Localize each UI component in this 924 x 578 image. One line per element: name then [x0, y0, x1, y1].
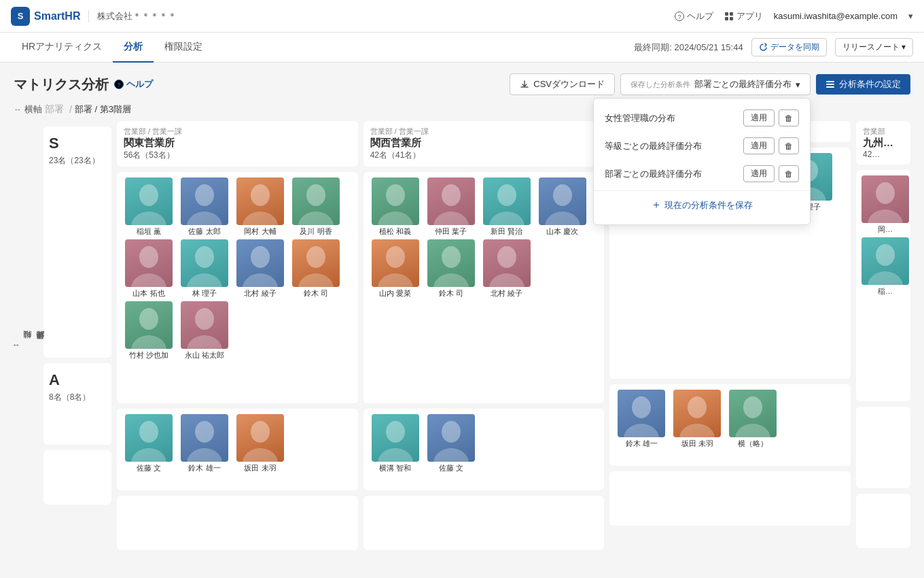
dropdown-item-1: 等級ごとの最終評価分布 適用 🗑 — [594, 132, 810, 160]
header: S SmartHR 株式会社＊＊＊＊＊ ? ヘルプ アプリ kasumi.iwa… — [0, 0, 924, 33]
svg-point-31 — [139, 421, 158, 443]
svg-point-18 — [298, 211, 334, 225]
person-card[interactable]: 永山 祐太郎 — [178, 301, 231, 360]
delete-button-2[interactable]: 🗑 — [779, 165, 799, 182]
col-dept-0: 営業部 / 営業一課 — [124, 126, 351, 137]
svg-point-15 — [251, 184, 270, 206]
help-link[interactable]: ? ヘルプ — [675, 10, 713, 22]
release-notes-button[interactable]: リリースノート ▾ — [835, 38, 913, 56]
svg-rect-3 — [730, 12, 733, 16]
sync-button[interactable]: データを同期 — [751, 38, 827, 56]
app-link[interactable]: アプリ — [724, 10, 763, 22]
person-card[interactable]: 林 理子 — [178, 239, 231, 299]
svg-point-29 — [195, 308, 214, 330]
person-card[interactable]: 佐藤 太郎 — [178, 177, 231, 237]
cell-0-S: 稲垣 薫 佐藤 太郎 岡村 大輔 及川 明香 山本 拓也 林 理子 北村 綾 — [117, 172, 358, 403]
person-card[interactable]: 鈴木 雄一 — [178, 414, 231, 473]
cell-0-A: 佐藤 文 鈴木 雄一 坂田 未羽 — [117, 409, 358, 490]
matrix-col-0: 営業部 / 営業一課 関東営業所 56名（53名） 稲垣 薫 佐藤 太郎 岡村 … — [117, 121, 358, 550]
apply-button-2[interactable]: 適用 — [743, 165, 775, 182]
col-header-0: 営業部 / 営業一課 関東営業所 56名（53名） — [117, 121, 358, 167]
person-card[interactable]: 山内 愛菜 — [369, 239, 422, 299]
conditions-button[interactable]: 保存した分析条件 部署ごとの最終評価分布 ▾ — [620, 73, 811, 95]
svg-point-13 — [195, 184, 214, 206]
col-header-3: 営業部 九州… 42… — [856, 121, 910, 165]
person-card[interactable]: 山本 拓也 — [122, 239, 175, 299]
svg-point-26 — [298, 273, 334, 287]
person-card[interactable]: 岡村 大輔 — [234, 177, 287, 237]
user-email[interactable]: kasumi.iwashita@example.com — [774, 11, 898, 21]
person-card[interactable]: 仲田 葉子 — [425, 177, 478, 237]
svg-point-17 — [306, 184, 325, 206]
person-card[interactable]: 新田 賢治 — [480, 177, 533, 237]
person-card[interactable]: 北村 綾子 — [480, 239, 533, 299]
svg-point-40 — [433, 211, 469, 225]
horizontal-axis-label: 横軸 — [24, 103, 42, 116]
apply-button-0[interactable]: 適用 — [743, 109, 775, 126]
apply-button-1[interactable]: 適用 — [743, 137, 775, 154]
svg-point-20 — [131, 273, 166, 287]
person-card[interactable]: 稲… — [861, 237, 909, 296]
person-card[interactable]: 北村 綾子 — [234, 239, 287, 299]
settings-button[interactable]: 分析条件の設定 — [816, 74, 910, 95]
delete-button-0[interactable]: 🗑 — [779, 109, 799, 126]
svg-point-23 — [251, 246, 270, 268]
conditions-dropdown-menu: 女性管理職の分布 適用 🗑 等級ごとの最終評価分布 適用 🗑 部署ごとの最終評価… — [593, 98, 811, 225]
person-card[interactable]: 鈴木 司 — [425, 239, 478, 299]
page-help-link[interactable]: ? ヘルプ — [114, 78, 153, 90]
col-dept-3: 営業部 — [863, 126, 904, 137]
person-card[interactable]: 鈴木 司 — [289, 239, 342, 299]
svg-point-63 — [632, 396, 651, 418]
person-grid-2-A: 鈴木 雄一 坂田 未羽 横（略） — [615, 390, 845, 449]
col-dept-1: 営業部 / 営業一課 — [370, 126, 598, 137]
csv-download-button[interactable]: CSVダウンロード — [510, 73, 615, 95]
cell-1-extra — [363, 496, 605, 550]
svg-point-36 — [243, 448, 278, 462]
person-card[interactable]: 竹村 沙也加 — [122, 301, 175, 360]
col-count-1: 42名（41名） — [370, 150, 598, 161]
person-card[interactable]: 横（略） — [726, 390, 779, 449]
logo-icon: S — [11, 7, 30, 26]
cell-1-S: 植松 和義 仲田 葉子 新田 賢治 山本 慶次 山内 愛菜 鈴木 司 北村 — [363, 172, 605, 403]
cell-3-S: 岡… 稲… — [856, 170, 910, 401]
person-card[interactable]: 坂田 未羽 — [234, 414, 287, 473]
svg-point-67 — [743, 396, 762, 418]
person-card[interactable]: 横溝 智和 — [369, 414, 422, 473]
person-card[interactable]: 山本 慶次 — [536, 177, 589, 237]
svg-point-39 — [442, 184, 461, 206]
nav-item-permissions[interactable]: 権限設定 — [154, 33, 213, 63]
svg-point-52 — [378, 448, 413, 462]
person-card[interactable]: 植松 和義 — [369, 177, 422, 237]
person-card[interactable]: 稲垣 薫 — [122, 177, 175, 237]
svg-point-53 — [442, 421, 461, 443]
person-card[interactable]: 坂田 未羽 — [671, 390, 724, 449]
person-card[interactable]: 及川 明香 — [289, 177, 342, 237]
svg-point-12 — [131, 211, 166, 225]
grade-A-count: 8名（8名） — [49, 392, 106, 403]
page-header: マトリクス分析 ? ヘルプ CSVダウンロード 保存した分析条件 部署ごとの最終… — [0, 63, 924, 103]
person-grid-1-A: 横溝 智和 佐藤 文 — [369, 414, 599, 473]
col-count-3: 42… — [863, 150, 904, 159]
svg-point-33 — [195, 421, 214, 443]
svg-point-66 — [679, 424, 715, 437]
nav-item-analysis[interactable]: 分析 — [113, 33, 154, 63]
cell-2-A: 鈴木 雄一 坂田 未羽 横（略） — [609, 384, 851, 466]
svg-point-68 — [735, 424, 770, 437]
delete-button-1[interactable]: 🗑 — [779, 137, 799, 154]
person-card[interactable]: 佐藤 文 — [122, 414, 175, 473]
svg-point-48 — [433, 273, 469, 287]
user-menu-chevron[interactable]: ▾ — [908, 11, 913, 21]
save-current-conditions[interactable]: ＋ 現在の分析条件を保存 — [594, 190, 810, 219]
nav-item-hr-analytics[interactable]: HRアナリティクス — [11, 33, 113, 63]
sync-info: 最終同期: 2024/05/21 15:44 — [634, 41, 743, 54]
cell-3-extra — [856, 494, 910, 548]
person-card[interactable]: 岡… — [861, 175, 909, 235]
grade-S-count: 23名（23名） — [49, 155, 106, 167]
person-card[interactable]: 佐藤 文 — [425, 414, 478, 473]
svg-point-24 — [243, 273, 278, 287]
sync-icon — [759, 43, 768, 52]
svg-point-11 — [139, 184, 158, 206]
svg-point-37 — [386, 184, 405, 206]
person-card[interactable]: 鈴木 雄一 — [615, 390, 668, 449]
cell-1-A: 横溝 智和 佐藤 文 — [363, 409, 605, 490]
